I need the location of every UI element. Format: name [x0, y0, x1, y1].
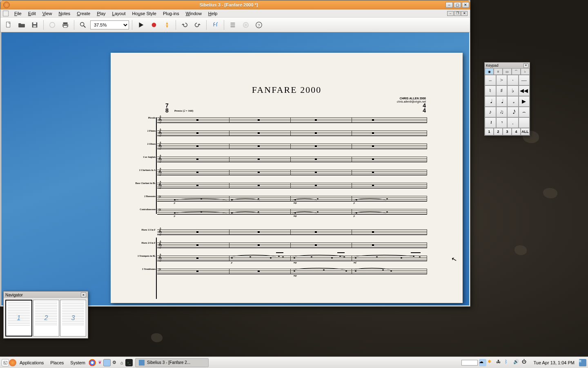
- zoom-select[interactable]: 37.5%: [90, 20, 129, 29]
- zoom-tool-button[interactable]: [77, 19, 89, 31]
- close-button[interactable]: ✕: [462, 2, 469, 8]
- panel-system[interactable]: System: [67, 359, 89, 366]
- keypad-tab-4[interactable]: ⌒: [512, 68, 521, 74]
- home-launcher-icon[interactable]: ⌂: [118, 359, 125, 366]
- staff-cor-anglais[interactable]: Cor Anglais𝄞: [135, 153, 427, 166]
- menu-window[interactable]: Window: [183, 10, 205, 17]
- titlebar-close-left-icon[interactable]: [3, 2, 10, 8]
- redo-button[interactable]: [192, 19, 203, 31]
- ubuntu-logo-icon[interactable]: [9, 359, 16, 366]
- keypad-tab-2[interactable]: ≡: [494, 68, 503, 74]
- keypad-tie-button[interactable]: —: [519, 75, 530, 85]
- keypad-quarter-note-button[interactable]: 𝅘𝅥: [485, 96, 496, 107]
- workspace-switcher-icon[interactable]: [103, 359, 111, 366]
- undo-button[interactable]: [179, 19, 190, 31]
- menu-edit[interactable]: Edit: [25, 10, 39, 17]
- keypad-titlebar[interactable]: Keypad ✕: [485, 63, 530, 68]
- keypad-voice-4-button[interactable]: 4: [512, 128, 521, 135]
- chrome-launcher-icon[interactable]: [89, 359, 96, 366]
- keypad-sharp-button[interactable]: ♯: [496, 85, 508, 96]
- keypad-half-note-button[interactable]: 𝅘𝅥: [496, 96, 508, 107]
- menu-notes[interactable]: Notes: [55, 10, 74, 17]
- print-button[interactable]: [60, 19, 71, 31]
- staff-trombones[interactable]: 3 Trombones𝄢 mp: [135, 265, 427, 278]
- keypad-slur-button[interactable]: ⌢: [519, 107, 530, 117]
- taskbar-item-sibelius[interactable]: Sibelius 3 - [Fanfare 2...: [135, 358, 209, 367]
- keypad-accent-button[interactable]: >: [496, 75, 508, 85]
- menu-plugins[interactable]: Plug-ins: [160, 10, 183, 17]
- keypad-rest1-button[interactable]: 𝄽: [485, 117, 496, 128]
- navigator-titlebar[interactable]: Navigator ✕: [4, 292, 88, 298]
- new-button[interactable]: [3, 19, 14, 31]
- staff-trumpets[interactable]: 3 Trumpets in B♭𝄞 pmpmf: [135, 252, 427, 265]
- keypad-flat-button[interactable]: ♭: [507, 85, 519, 96]
- navigator-page-1[interactable]: 1: [5, 300, 32, 337]
- staff-oboes[interactable]: 2 Oboes𝄞: [135, 140, 427, 153]
- record-button[interactable]: [148, 19, 160, 31]
- tray-power-icon[interactable]: ⏻: [522, 359, 529, 366]
- keypad-rest2-button[interactable]: 𝄾: [496, 117, 508, 128]
- tray-update-icon[interactable]: ✱: [488, 359, 495, 366]
- menu-file[interactable]: File: [11, 10, 25, 17]
- mdi-restore-button[interactable]: ❐: [454, 11, 461, 16]
- minimize-button[interactable]: –: [445, 2, 453, 8]
- staff-flutes[interactable]: 2 Flutes𝄞: [135, 127, 427, 140]
- navigator-panel[interactable]: Navigator ✕ 1 2 3: [3, 291, 88, 339]
- maximize-button[interactable]: ▢: [454, 2, 461, 8]
- keypad-play-button[interactable]: ▶: [519, 96, 530, 107]
- titlebar[interactable]: Sibelius 3 - [Fanfare 2000 *] – ▢ ✕: [0, 0, 470, 9]
- save-button[interactable]: [29, 19, 40, 31]
- navigator-page-2[interactable]: 2: [33, 300, 59, 337]
- keypad-sixteenth-note-button[interactable]: 𝅘𝅥𝅯: [507, 107, 519, 117]
- keypad-dot-button[interactable]: .: [507, 117, 519, 128]
- keypad-voice-3-button[interactable]: 3: [503, 128, 512, 135]
- staff-clarinets[interactable]: 2 Clarinets in A𝄞: [135, 166, 427, 180]
- menu-create[interactable]: Create: [74, 10, 94, 17]
- menu-house-style[interactable]: House Style: [129, 10, 160, 17]
- export-button[interactable]: [47, 19, 58, 31]
- wine-launcher-icon[interactable]: ❦: [96, 359, 103, 366]
- keypad-whole-note-button[interactable]: 𝅗: [507, 96, 519, 107]
- settings-launcher-icon[interactable]: ⚙: [111, 359, 118, 366]
- panel-clock[interactable]: Tue Apr 13, 1:04 PM: [530, 360, 578, 365]
- keypad-close-button[interactable]: ✕: [523, 63, 528, 68]
- tray-network-icon[interactable]: 🖧: [496, 359, 503, 366]
- keypad-tab-1[interactable]: ◉: [485, 68, 494, 74]
- keypad-rewind-button[interactable]: ◀◀: [519, 85, 530, 96]
- panel-places[interactable]: Places: [47, 359, 67, 366]
- keypad-natural-button[interactable]: ♮: [485, 85, 496, 96]
- keypad-beamed-notes-button[interactable]: ♫: [496, 107, 508, 117]
- keypad-voice-2-button[interactable]: 2: [494, 128, 503, 135]
- mdi-close-button[interactable]: ✕: [461, 11, 468, 16]
- staff-bass-clarinet[interactable]: Bass Clarinet in B♭𝄞: [135, 180, 427, 193]
- keypad-staccato-button[interactable]: ·: [507, 75, 519, 85]
- staff-piccolo[interactable]: Piccolo𝄞: [135, 114, 427, 127]
- keypad-blank-button[interactable]: [519, 117, 530, 128]
- navigator-close-button[interactable]: ✕: [81, 292, 86, 297]
- tray-bluetooth-icon[interactable]: ᛒ: [505, 359, 512, 366]
- show-desktop-icon[interactable]: ◱: [2, 359, 9, 366]
- score-page[interactable]: FANFARE 2000 CHRIS ALLEN 2000 chris.alle…: [111, 53, 463, 303]
- keypad-voice-all-button[interactable]: ALL: [521, 128, 530, 135]
- navigator-page-3[interactable]: 3: [60, 300, 86, 337]
- mixer-button[interactable]: [240, 19, 252, 31]
- flexi-time-button[interactable]: [161, 19, 173, 31]
- mdi-minimize-button[interactable]: –: [447, 11, 454, 16]
- menu-layout[interactable]: Layout: [109, 10, 129, 17]
- keypad-tenuto-button[interactable]: –: [485, 75, 496, 85]
- properties-button[interactable]: [227, 19, 238, 31]
- keypad-panel[interactable]: Keypad ✕ ◉ ≡ ▭ ⌒ ♭ – > · — ♮ ♯ ♭ ◀◀ 𝅘𝅥 𝅘…: [484, 62, 530, 136]
- tray-input-icon[interactable]: [461, 360, 478, 366]
- staff-contrabassoon[interactable]: Contrabassoon𝄢 pmpp: [135, 206, 427, 219]
- staff-bassoons[interactable]: 2 Bassoons𝄢 pmpp: [135, 193, 427, 206]
- tray-user-icon[interactable]: It: [579, 359, 586, 366]
- staff-horn24[interactable]: Horn 2/4 in F𝄞: [135, 239, 427, 252]
- keypad-tab-3[interactable]: ▭: [503, 68, 512, 74]
- mdi-document-icon[interactable]: [3, 11, 9, 16]
- keypad-tab-5[interactable]: ♭: [521, 68, 530, 74]
- tray-volume-icon[interactable]: 🔊: [513, 359, 521, 366]
- play-button[interactable]: [135, 19, 147, 31]
- menu-view[interactable]: View: [39, 10, 56, 17]
- keypad-eighth-note-button[interactable]: ♪: [485, 107, 496, 117]
- help-button[interactable]: ?: [253, 19, 265, 31]
